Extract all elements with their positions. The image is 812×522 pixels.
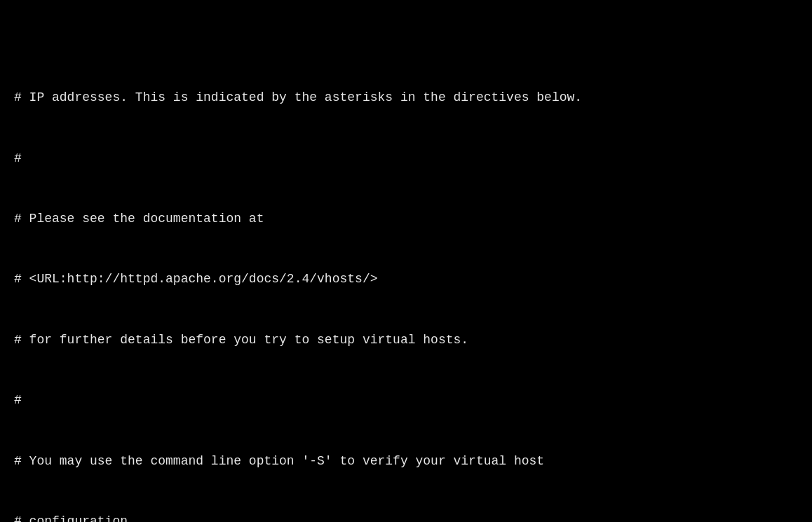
line-4: # <URL:http://httpd.apache.org/docs/2.4/… — [14, 269, 798, 289]
line-3: # Please see the documentation at — [14, 209, 798, 229]
line-6: # — [14, 390, 798, 411]
comment-section: # IP addresses. This is indicated by the… — [14, 48, 798, 522]
line-8: # configuration. — [14, 511, 798, 522]
line-1: # IP addresses. This is indicated by the… — [14, 88, 798, 108]
code-content: # IP addresses. This is indicated by the… — [14, 7, 798, 522]
line-7: # You may use the command line option '-… — [14, 451, 798, 472]
line-2: # — [14, 149, 798, 169]
line-5: # for further details before you try to … — [14, 330, 798, 350]
